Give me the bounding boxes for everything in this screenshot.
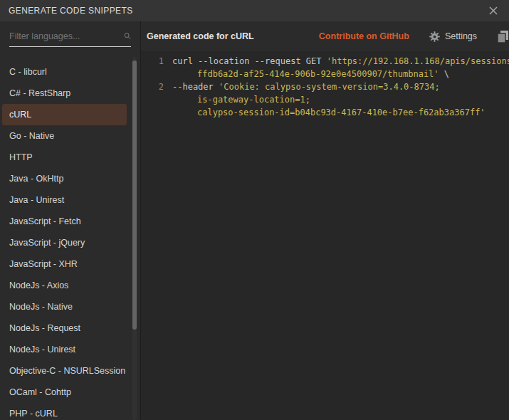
settings-button[interactable]: Settings: [429, 31, 477, 42]
close-button[interactable]: [486, 4, 500, 18]
filter-row: [0, 21, 140, 57]
copy-icon: [497, 30, 509, 43]
code-panel: Generated code for cURL Contribute on Gi…: [140, 21, 509, 420]
code-text: curl --location --request GET 'https://1…: [164, 55, 509, 68]
code-panel-header: Generated code for cURL Contribute on Gi…: [141, 21, 509, 51]
filter-languages-input[interactable]: [9, 31, 124, 41]
gear-icon: [429, 31, 440, 42]
language-item-objective-c-nsurlsession[interactable]: Objective-C - NSURLSession: [0, 360, 140, 382]
line-number: [141, 68, 164, 80]
language-item-java-okhttp[interactable]: Java - OkHttp: [0, 168, 140, 189]
language-item-javascript-jquery[interactable]: JavaScript - jQuery: [0, 232, 140, 253]
line-number: [141, 106, 164, 119]
generated-code-title: Generated code for cURL: [147, 31, 319, 41]
dialog-title: GENERATE CODE SNIPPETS: [9, 6, 486, 16]
language-item-ocaml-cohttp[interactable]: OCaml - Cohttp: [0, 382, 140, 403]
language-item-http[interactable]: HTTP: [0, 147, 140, 168]
code-text: --header 'Cookie: calypso-system-version…: [164, 80, 440, 93]
line-number: [141, 93, 164, 106]
language-item-go-native[interactable]: Go - Native: [0, 125, 140, 147]
contribute-on-github-link[interactable]: Contribute on GitHub: [319, 31, 409, 41]
sidebar-scrollbar-thumb[interactable]: [132, 61, 137, 330]
code-text: ffdb6a2d-af25-414e-906b-92e0e4500907/thu…: [164, 68, 449, 80]
language-item-nodejs-unirest[interactable]: NodeJs - Unirest: [0, 339, 140, 360]
language-item-nodejs-native[interactable]: NodeJs - Native: [0, 296, 140, 317]
line-number: 1: [141, 55, 164, 68]
search-icon[interactable]: [124, 30, 131, 42]
language-sidebar: C - libcurlC# - RestSharpcURLGo - Native…: [0, 21, 140, 420]
code-line: is-gateway-location=1;: [141, 93, 509, 106]
close-icon: [488, 6, 498, 16]
dialog-titlebar: GENERATE CODE SNIPPETS: [0, 0, 509, 21]
settings-label: Settings: [445, 31, 477, 41]
language-item-javascript-xhr[interactable]: JavaScript - XHR: [0, 253, 140, 275]
language-item-nodejs-request[interactable]: NodeJs - Request: [0, 317, 140, 339]
code-text: calypso-session-id=b04bc93d-4167-410e-b7…: [164, 106, 486, 119]
language-list: C - libcurlC# - RestSharpcURLGo - Native…: [0, 57, 140, 420]
language-item-c-libcurl[interactable]: C - libcurl: [0, 61, 140, 83]
generate-code-snippets-dialog: GENERATE CODE SNIPPETS: [0, 0, 509, 420]
language-item-javascript-fetch[interactable]: JavaScript - Fetch: [0, 211, 140, 232]
language-item-nodejs-axios[interactable]: NodeJs - Axios: [0, 275, 140, 296]
language-item-c-restsharp[interactable]: C# - RestSharp: [0, 83, 140, 104]
code-text: is-gateway-location=1;: [164, 93, 310, 106]
language-item-java-unirest[interactable]: Java - Unirest: [0, 189, 140, 211]
language-item-php-curl[interactable]: PHP - cURL: [0, 403, 140, 420]
code-line: ffdb6a2d-af25-414e-906b-92e0e4500907/thu…: [141, 68, 509, 80]
generated-code-viewer[interactable]: 1curl --location --request GET 'https://…: [141, 51, 509, 420]
language-item-curl[interactable]: cURL: [2, 104, 127, 125]
code-line: 1curl --location --request GET 'https://…: [141, 55, 509, 68]
code-line: calypso-session-id=b04bc93d-4167-410e-b7…: [141, 106, 509, 119]
line-number: 2: [141, 80, 164, 93]
code-line: 2--header 'Cookie: calypso-system-versio…: [141, 80, 509, 93]
sidebar-scrollbar-track[interactable]: [132, 57, 137, 420]
copy-code-button[interactable]: [495, 29, 509, 43]
